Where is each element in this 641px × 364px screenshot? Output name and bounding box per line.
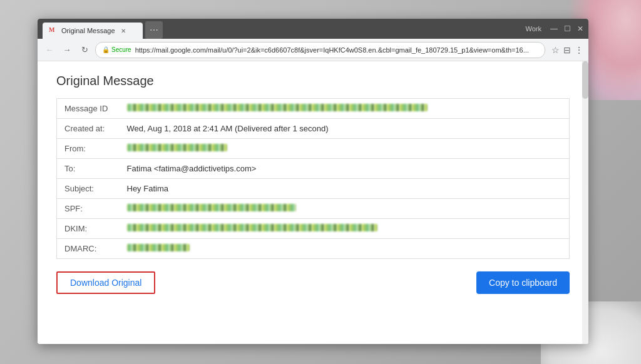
redacted-spf xyxy=(127,204,296,211)
table-row: Created at: Wed, Aug 1, 2018 at 2:41 AM … xyxy=(57,119,570,139)
address-bar: ← → ↻ 🔒 Secure https://mail.google.com/m… xyxy=(38,39,588,61)
scrollbar-track[interactable] xyxy=(582,61,588,344)
url-text: https://mail.google.com/mail/u/0/?ui=2&i… xyxy=(135,46,529,54)
download-original-button[interactable]: Download Original xyxy=(56,271,155,294)
forward-button[interactable]: → xyxy=(60,43,74,57)
scrollbar-thumb[interactable] xyxy=(582,61,588,99)
gmail-icon: M xyxy=(49,26,58,35)
table-row: Subject: Hey Fatima xyxy=(57,179,570,199)
secure-label: Secure xyxy=(111,46,131,53)
browser-window: M Original Message ✕ ⋯ Work — ☐ ✕ ← → ↻ … xyxy=(38,19,588,344)
url-icons: ☆ ⊟ ⋮ xyxy=(551,45,583,55)
page-title: Original Message xyxy=(56,74,570,88)
url-bar[interactable]: 🔒 Secure https://mail.google.com/mail/u/… xyxy=(95,42,545,58)
maximize-button[interactable]: ☐ xyxy=(564,24,571,33)
value-spf xyxy=(120,199,570,219)
label-created-at: Created at: xyxy=(57,119,120,139)
redacted-from xyxy=(127,144,227,151)
label-from: From: xyxy=(57,139,120,159)
table-row: DKIM: xyxy=(57,219,570,239)
menu-icon[interactable]: ⋮ xyxy=(575,45,583,55)
page-content: Original Message Message ID Created at: … xyxy=(38,61,588,344)
tab-label: Original Message xyxy=(61,27,115,34)
extensions-icon[interactable]: ⊟ xyxy=(563,45,571,55)
value-to: Fatima <fatima@addictivetips.com> xyxy=(120,159,570,179)
email-info-table: Message ID Created at: Wed, Aug 1, 2018 … xyxy=(56,98,570,259)
close-button[interactable]: ✕ xyxy=(577,24,583,33)
table-row: SPF: xyxy=(57,199,570,219)
value-message-id xyxy=(120,99,570,119)
label-message-id: Message ID xyxy=(57,99,120,119)
refresh-button[interactable]: ↻ xyxy=(78,43,91,57)
bookmark-icon[interactable]: ☆ xyxy=(551,45,560,55)
tab-close-button[interactable]: ✕ xyxy=(119,26,128,35)
profile-label: Work xyxy=(526,25,541,33)
secure-badge: 🔒 Secure xyxy=(102,46,131,53)
window-controls: — ☐ ✕ xyxy=(550,24,583,33)
new-tab-button[interactable]: ⋯ xyxy=(145,21,163,39)
table-row: DMARC: xyxy=(57,239,570,259)
lock-icon: 🔒 xyxy=(102,46,110,53)
value-dkim xyxy=(120,219,570,239)
tab-area: M Original Message ✕ ⋯ xyxy=(43,19,521,39)
value-created-at: Wed, Aug 1, 2018 at 2:41 AM (Delivered a… xyxy=(120,119,570,139)
label-to: To: xyxy=(57,159,120,179)
label-subject: Subject: xyxy=(57,179,120,199)
label-spf: SPF: xyxy=(57,199,120,219)
redacted-dmarc xyxy=(127,244,190,251)
label-dmarc: DMARC: xyxy=(57,239,120,259)
table-row: To: Fatima <fatima@addictivetips.com> xyxy=(57,159,570,179)
value-subject: Hey Fatima xyxy=(120,179,570,199)
redacted-message-id xyxy=(127,104,428,111)
copy-to-clipboard-button[interactable]: Copy to clipboard xyxy=(476,271,570,294)
minimize-button[interactable]: — xyxy=(550,24,558,33)
value-from xyxy=(120,139,570,159)
table-row: From: xyxy=(57,139,570,159)
redacted-dkim xyxy=(127,224,377,231)
title-bar: M Original Message ✕ ⋯ Work — ☐ ✕ xyxy=(38,19,588,39)
back-button[interactable]: ← xyxy=(43,43,56,57)
active-tab[interactable]: M Original Message ✕ xyxy=(43,23,143,39)
value-dmarc xyxy=(120,239,570,259)
action-area: Download Original Copy to clipboard xyxy=(56,271,570,294)
table-row: Message ID xyxy=(57,99,570,119)
label-dkim: DKIM: xyxy=(57,219,120,239)
